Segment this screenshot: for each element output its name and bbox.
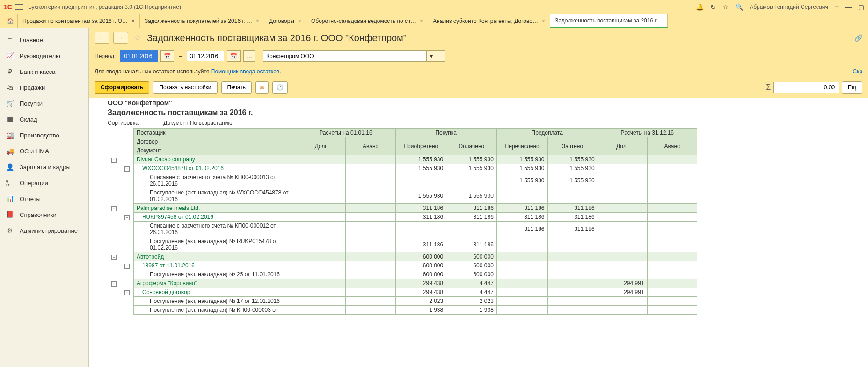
cell-value xyxy=(496,306,547,315)
date-to-input[interactable] xyxy=(187,51,224,61)
close-icon[interactable]: × xyxy=(298,18,301,24)
period-picker-button[interactable]: … xyxy=(243,50,255,62)
cell-value xyxy=(496,288,547,297)
sidebar-item-6[interactable]: 🏭Производство xyxy=(0,127,88,143)
cell-value xyxy=(446,222,497,237)
calendar-to-button[interactable]: 📅 xyxy=(227,50,241,62)
show-settings-button[interactable]: Показать настройки xyxy=(153,81,217,94)
close-icon[interactable]: × xyxy=(542,18,545,24)
cell-value xyxy=(296,173,346,188)
tree-toggle-icon[interactable]: − xyxy=(111,158,117,163)
sidebar-item-9[interactable]: Дт КтОперации xyxy=(0,175,88,191)
report-table: Поставщик Расчеты на 01.01.16 Покупка Пр… xyxy=(108,128,697,315)
maximize-icon[interactable]: ▢ xyxy=(858,3,864,11)
sort-value: Документ По возрастанию xyxy=(163,120,232,126)
cell-value xyxy=(296,261,346,270)
sidebar-item-7[interactable]: 🚚ОС и НМА xyxy=(0,143,88,159)
close-icon[interactable]: × xyxy=(131,18,135,24)
tab-3[interactable]: Оборотно-сальдовая ведомость по сч…× xyxy=(306,14,428,28)
tree-toggle-icon[interactable]: − xyxy=(124,215,130,220)
print-button[interactable]: Печать xyxy=(221,81,252,94)
sidebar-item-5[interactable]: ▦Склад xyxy=(0,111,88,127)
tab-0[interactable]: Продажи по контрагентам за 2016 г. О…× xyxy=(18,14,140,28)
org-open-button[interactable]: ▫ xyxy=(436,50,445,62)
generate-button[interactable]: Сформировать xyxy=(95,81,149,94)
table-row[interactable]: −WXCOCO454878 от 01.02.20161 555 9301 55… xyxy=(108,164,697,173)
sidebar-item-4[interactable]: 🛒Покупки xyxy=(0,95,88,111)
cell-value: 4 447 xyxy=(446,288,497,297)
organization-input[interactable] xyxy=(263,50,427,62)
user-name[interactable]: Абрамов Геннадий Сергеевич xyxy=(750,4,828,10)
period-label: Период: xyxy=(95,53,116,59)
tab-5[interactable]: Задолженность поставщикам за 2016 г… xyxy=(550,14,668,28)
table-row[interactable]: −Основной договор299 4384 447294 991 xyxy=(108,288,697,297)
table-row[interactable]: −RUKP897458 от 01.02.2016311 186311 1863… xyxy=(108,213,697,222)
row-label: Списание с расчетного счета № КП00-00001… xyxy=(133,222,296,237)
table-row[interactable]: Поступление (акт, накладная) № RUKP01547… xyxy=(108,237,697,252)
cell-value xyxy=(598,237,647,252)
table-row[interactable]: Поступление (акт, накладная) № 25 от 11.… xyxy=(108,270,697,279)
org-dropdown-button[interactable]: ▾ xyxy=(427,50,436,62)
home-tab[interactable]: 🏠 xyxy=(4,14,18,28)
back-button[interactable]: ← xyxy=(95,32,109,44)
sidebar-item-12[interactable]: ⚙Администрирование xyxy=(0,223,88,238)
sidebar-item-10[interactable]: 📊Отчеты xyxy=(0,191,88,207)
hide-hint-link[interactable]: Скр xyxy=(853,68,862,75)
menu-icon[interactable] xyxy=(15,4,23,10)
tab-label: Договоры xyxy=(269,18,294,24)
tab-4[interactable]: Анализ субконто Контрагенты, Догово…× xyxy=(428,14,550,28)
cell-value: 1 555 930 xyxy=(395,188,446,204)
star-icon[interactable]: ☆ xyxy=(722,3,729,11)
tree-toggle-icon[interactable]: − xyxy=(111,255,117,260)
sidebar-item-8[interactable]: 👤Зарплата и кадры xyxy=(0,159,88,175)
close-icon[interactable]: × xyxy=(256,18,259,24)
table-row[interactable]: Поступление (акт, накладная) № КП00-0000… xyxy=(108,306,697,315)
table-row[interactable]: −Palm paradise meals Ltd.311 186311 1863… xyxy=(108,204,697,213)
forward-button[interactable]: → xyxy=(113,32,128,44)
close-icon[interactable]: × xyxy=(420,18,423,24)
cell-value xyxy=(296,222,346,237)
cell-value xyxy=(346,279,395,288)
table-row[interactable]: Поступление (акт, накладная) № 17 от 12.… xyxy=(108,297,697,306)
cell-value xyxy=(647,222,697,237)
cell-value: 2 023 xyxy=(446,297,497,306)
email-button[interactable]: ✉ xyxy=(255,81,269,94)
history-icon[interactable]: ↻ xyxy=(710,3,716,11)
table-row[interactable]: −Divuar Cacao company1 555 9301 555 9301… xyxy=(108,155,697,164)
favorite-star-icon[interactable]: ☆ xyxy=(134,33,141,43)
sidebar-item-1[interactable]: 📈Руководителю xyxy=(0,48,88,64)
sum-field[interactable] xyxy=(773,82,839,93)
settings-lines-icon[interactable]: ≡ xyxy=(835,3,839,11)
bell-icon[interactable]: 🔔 xyxy=(696,3,704,11)
cell-value xyxy=(647,188,697,204)
minimize-icon[interactable]: — xyxy=(845,3,852,11)
tree-toggle-icon[interactable]: − xyxy=(124,290,130,295)
link-icon[interactable]: 🔗 xyxy=(854,34,862,42)
tree-toggle-icon[interactable]: − xyxy=(124,264,130,269)
search-icon[interactable]: 🔍 xyxy=(735,3,743,11)
table-row[interactable]: Списание с расчетного счета № КП00-00001… xyxy=(108,222,697,237)
more-button[interactable]: Ещ xyxy=(842,81,862,94)
table-row[interactable]: −18987 от 11.01.2016600 000600 000 xyxy=(108,261,697,270)
sidebar-item-0[interactable]: ≡Главное xyxy=(0,32,88,48)
table-row[interactable]: −Агроферма "Коровино"299 4384 447294 991 xyxy=(108,279,697,288)
date-from-input[interactable] xyxy=(120,50,158,62)
tree-toggle-icon[interactable]: − xyxy=(111,281,117,287)
row-label: Поступление (акт, накладная) № RUKP01547… xyxy=(133,237,296,252)
table-row[interactable]: Списание с расчетного счета № КП00-00001… xyxy=(108,173,697,188)
tab-1[interactable]: Задолженность покупателей за 2016 г. …× xyxy=(140,14,264,28)
hint-link[interactable]: Помощник ввода остатков xyxy=(211,68,279,75)
cell-value: 1 555 930 xyxy=(446,188,497,204)
table-row[interactable]: −Автотрейд600 000600 000 xyxy=(108,252,697,261)
sidebar-item-3[interactable]: 🛍Продажи xyxy=(0,79,88,95)
tree-toggle-icon[interactable]: − xyxy=(124,166,130,172)
tab-2[interactable]: Договоры× xyxy=(264,14,306,28)
clock-button[interactable]: 🕐 xyxy=(272,81,288,94)
sidebar-item-2[interactable]: ₽Банк и касса xyxy=(0,64,88,79)
cell-value xyxy=(598,222,647,237)
tree-toggle-icon[interactable]: − xyxy=(111,206,117,211)
cell-value xyxy=(598,164,647,173)
calendar-from-button[interactable]: 📅 xyxy=(160,50,174,62)
sidebar-item-11[interactable]: 📕Справочники xyxy=(0,207,88,223)
table-row[interactable]: Поступление (акт, накладная) № WXCOCO454… xyxy=(108,188,697,204)
